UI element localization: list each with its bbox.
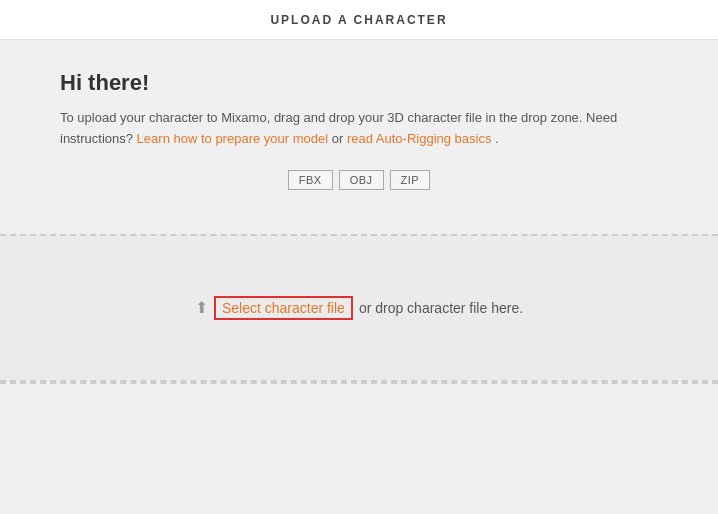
description-text: To upload your character to Mixamo, drag… [60,108,658,150]
page-title: UPLOAD A CHARACTER [270,13,447,27]
description-part2: or [332,131,347,146]
drop-zone-content: ⬆ Select character file or drop characte… [195,296,523,320]
auto-rigging-link[interactable]: read Auto-Rigging basics [347,131,492,146]
description-part3: . [495,131,499,146]
content-area: Hi there! To upload your character to Mi… [0,40,718,234]
format-badge-fbx: FBX [288,170,333,190]
drop-zone[interactable]: ⬆ Select character file or drop characte… [0,234,718,382]
select-file-button[interactable]: Select character file [214,296,353,320]
format-badge-obj: OBJ [339,170,384,190]
page-header: UPLOAD A CHARACTER [0,0,718,40]
format-badges: FBX OBJ ZIP [288,170,430,190]
drop-hint-text: or drop character file here. [359,300,523,316]
prepare-model-link[interactable]: Learn how to prepare your model [137,131,329,146]
upload-icon: ⬆ [195,298,208,317]
format-badges-row: FBX OBJ ZIP [60,170,658,190]
greeting-text: Hi there! [60,70,658,96]
bottom-bar [0,382,718,442]
format-badge-zip: ZIP [390,170,431,190]
